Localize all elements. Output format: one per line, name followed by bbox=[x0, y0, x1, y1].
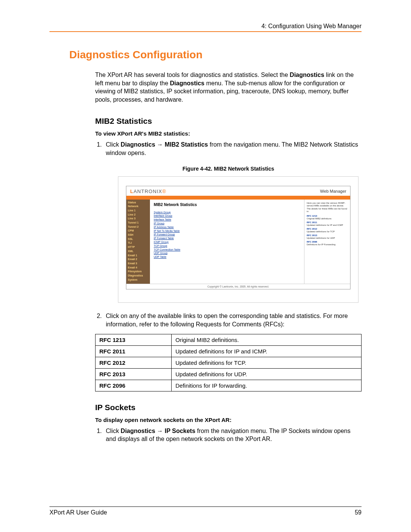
mib2-link: TCP Connection Table bbox=[154, 248, 300, 252]
step-arrow: → bbox=[155, 141, 165, 148]
screenshot-copyright: Copyright © Lantronix, Inc. 2005. All ri… bbox=[126, 284, 350, 289]
step-bold: Diagnostics bbox=[121, 141, 155, 148]
mib2-link: ICMP Group bbox=[154, 240, 300, 244]
rfc-desc: Definitions for IP forwarding. bbox=[172, 380, 362, 391]
mib2-link: System Group bbox=[154, 211, 300, 214]
rfc-key: RFC 2012 bbox=[96, 357, 172, 368]
sidebar-item: Line 3 bbox=[128, 217, 148, 220]
sidebar-item: CPM bbox=[128, 229, 148, 232]
mib2-link: UDP Group bbox=[154, 251, 300, 255]
running-header: 4: Configuration Using Web Manager bbox=[49, 23, 362, 30]
screenshot-center: MIB2 Network Statistics System GroupInte… bbox=[150, 200, 304, 284]
mib2-link: IP Forward Group bbox=[154, 233, 300, 236]
sidebar-item: Line 2 bbox=[128, 213, 148, 216]
sidebar-item: Tunnel 2 bbox=[128, 225, 148, 228]
sidebar-item: SSL bbox=[128, 238, 148, 241]
screenshot-right: Here you can view the various SNMP-serve… bbox=[304, 200, 350, 284]
figure-screenshot: LANTRONIX® Web Manager StatusNetworkLine… bbox=[118, 176, 358, 303]
table-row: RFC 2013Updated definitions for UDP. bbox=[96, 368, 362, 380]
mib2-step-1: Click Diagnostics → MIB2 Statistics from… bbox=[104, 141, 362, 157]
intro-bold-1: Diagnostics bbox=[290, 72, 324, 78]
screenshot-center-title: MIB2 Network Statistics bbox=[154, 203, 300, 207]
rfc-key: RFC 2013 bbox=[96, 368, 172, 380]
rfc-key: RFC 1213 bbox=[96, 334, 172, 345]
step-bold-2: MIB2 Statistics bbox=[165, 141, 208, 148]
intro-text: The XPort AR has several tools for diagn… bbox=[95, 72, 290, 78]
sidebar-item: Tunnel 1 bbox=[128, 221, 148, 224]
sidebar-item: Network bbox=[128, 205, 148, 208]
rfc-key: RFC 2011 bbox=[96, 345, 172, 357]
table-row: RFC 2011Updated definitions for IP and I… bbox=[96, 345, 362, 357]
ipsockets-lead: To display open network sockets on the X… bbox=[95, 417, 362, 423]
mib2-link: Interface Table bbox=[154, 218, 300, 222]
sidebar-item: XML bbox=[128, 250, 148, 253]
sidebar-item: Diagnostics bbox=[128, 274, 148, 277]
sidebar-item: SSH bbox=[128, 233, 148, 236]
intro-bold-2: Diagnostics bbox=[170, 80, 205, 86]
table-row: RFC 2012Updated definitions for TCP. bbox=[96, 357, 362, 368]
sidebar-item: Email 1 bbox=[128, 254, 148, 257]
mib2-link: IP Forward Table bbox=[154, 236, 300, 240]
mib2-lead: To view XPort AR's MIB2 statistics: bbox=[95, 130, 362, 137]
web-manager-label: Web Manager bbox=[320, 189, 346, 193]
rfc-desc: Original MIB2 definitions. bbox=[172, 334, 362, 345]
sidebar-item: Status bbox=[128, 201, 148, 204]
lantronix-logo: LANTRONIX® bbox=[130, 189, 166, 194]
rfc-table: RFC 1213Original MIB2 definitions.RFC 20… bbox=[95, 334, 362, 391]
screenshot-links: System GroupInterface GroupInterface Tab… bbox=[154, 211, 300, 259]
step-text: Click bbox=[106, 141, 121, 148]
table-row: RFC 2096Definitions for IP forwarding. bbox=[96, 380, 362, 391]
page-footer: XPort AR User Guide 59 bbox=[49, 506, 362, 516]
mib2-link: Interface Group bbox=[154, 214, 300, 218]
orange-bar bbox=[126, 196, 350, 200]
mib2-link: IP Address Table bbox=[154, 225, 300, 229]
footer-left: XPort AR User Guide bbox=[49, 509, 107, 516]
rfc-desc: Updated definitions for IP and ICMP. bbox=[172, 345, 362, 357]
mib2-link: IP Group bbox=[154, 222, 300, 225]
sidebar-item: Line 1 bbox=[128, 209, 148, 212]
sidebar-item: Email 4 bbox=[128, 266, 148, 269]
step-arrow: → bbox=[155, 428, 165, 434]
mib2-heading: MIB2 Statistics bbox=[95, 117, 362, 126]
sidebar-item: Email 3 bbox=[128, 262, 148, 265]
intro-paragraph: The XPort AR has several tools for diagn… bbox=[95, 71, 362, 104]
step-bold: Diagnostics bbox=[121, 428, 155, 434]
mib2-link: TCP Group bbox=[154, 244, 300, 248]
sidebar-item: Filesystem bbox=[128, 270, 148, 273]
figure-caption: Figure 4-42. MIB2 Network Statistics bbox=[95, 166, 362, 172]
ipsockets-heading: IP Sockets bbox=[95, 403, 362, 412]
header-rule bbox=[49, 31, 362, 32]
page-title: Diagnostics Configuration bbox=[69, 49, 362, 61]
step-bold-2: IP Sockets bbox=[165, 428, 196, 434]
footer-page-number: 59 bbox=[355, 509, 362, 516]
sidebar-item: System bbox=[128, 278, 148, 281]
rfc-desc: Updated definitions for UDP. bbox=[172, 368, 362, 380]
table-row: RFC 1213Original MIB2 definitions. bbox=[96, 334, 362, 345]
mib2-link: UDP Table bbox=[154, 255, 300, 259]
rfc-desc: Updated definitions for TCP. bbox=[172, 357, 362, 368]
sidebar-item: TLI bbox=[128, 241, 148, 244]
step-text: Click bbox=[106, 428, 121, 434]
screenshot-sidebar: StatusNetworkLine 1Line 2Line 3Tunnel 1T… bbox=[126, 200, 150, 284]
sidebar-item: HTTP bbox=[128, 246, 148, 249]
rfc-key: RFC 2096 bbox=[96, 380, 172, 391]
mib2-link: IP Net To Media Table bbox=[154, 229, 300, 233]
mib2-step-2: Click on any of the available links to o… bbox=[104, 312, 362, 328]
ipsockets-step-1: Click Diagnostics → IP Sockets from the … bbox=[104, 427, 362, 443]
sidebar-item: Email 2 bbox=[128, 258, 148, 261]
